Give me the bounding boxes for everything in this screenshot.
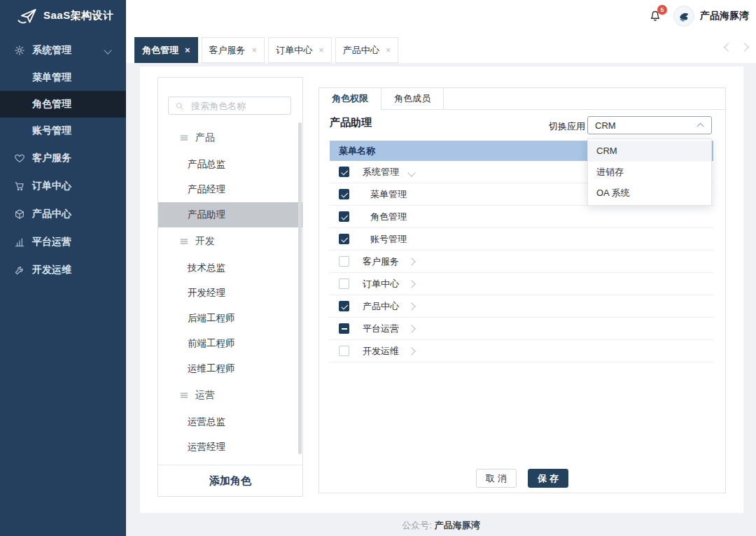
hamburger-icon — [179, 133, 189, 143]
tab-close-icon[interactable]: × — [318, 45, 324, 55]
role-item[interactable]: 后端工程师 — [158, 306, 302, 331]
sidebar-item-label: 开发运维 — [32, 264, 71, 276]
table-row[interactable]: 平台运营 — [330, 318, 713, 340]
app-switch-label: 切换应用 — [549, 120, 585, 133]
sidebar-item-system-management[interactable]: 系统管理 — [0, 36, 126, 64]
tab-close-icon[interactable]: × — [185, 45, 190, 55]
role-group-label: 开发 — [195, 235, 215, 248]
footer-prefix: 公众号: — [402, 520, 432, 530]
tab-label: 客户服务 — [209, 44, 246, 57]
add-role-button[interactable]: 添加角色 — [158, 465, 302, 496]
checkbox-checked[interactable] — [339, 167, 349, 177]
checkbox-indeterminate[interactable] — [339, 323, 349, 334]
role-list-panel: 产品产品总监产品经理产品助理开发技术总监开发经理后端工程师前端工程师运维工程师运… — [158, 77, 303, 497]
menu-name: 系统管理 — [363, 166, 399, 178]
sidebar-subitem-menu-management[interactable]: 菜单管理 — [0, 64, 126, 91]
chevron-right-icon[interactable] — [407, 258, 415, 265]
role-item[interactable]: 产品总监 — [158, 152, 302, 177]
role-group-label: 产品 — [195, 132, 215, 144]
tab-close-icon[interactable]: × — [252, 45, 258, 55]
role-group-header[interactable]: 运营 — [158, 381, 302, 409]
role-item[interactable]: 运营经理 — [158, 435, 302, 460]
hamburger-icon — [179, 237, 189, 246]
role-title: 产品助理 — [330, 116, 372, 129]
table-row[interactable]: 账号管理 — [330, 228, 713, 251]
dropdown-option[interactable]: OA 系统 — [588, 183, 711, 204]
role-item-label: 技术总监 — [188, 262, 225, 274]
role-group-header[interactable]: 开发 — [158, 227, 302, 255]
checkbox-checked[interactable] — [339, 211, 349, 222]
bell-icon[interactable]: 5 — [648, 8, 662, 23]
table-row[interactable]: 产品中心 — [330, 295, 713, 318]
role-item[interactable]: 开发经理 — [158, 281, 302, 306]
table-row[interactable]: 订单中心 — [330, 273, 713, 295]
tab-role-members[interactable]: 角色成员 — [382, 88, 444, 109]
table-row[interactable]: 开发运维 — [330, 340, 713, 362]
save-button[interactable]: 保存 — [528, 469, 568, 488]
notification-badge: 5 — [657, 5, 667, 15]
role-item[interactable]: 前端工程师 — [158, 331, 302, 356]
footer: 公众号:产品海豚湾 — [126, 519, 756, 532]
footer-account: 产品海豚湾 — [435, 520, 480, 530]
username: 产品海豚湾 — [700, 10, 749, 22]
tabs-next-icon[interactable] — [740, 43, 749, 52]
sidebar-subitem-role-management[interactable]: 角色管理 — [0, 91, 126, 118]
tab-role-permissions[interactable]: 角色权限 — [319, 88, 382, 110]
paper-plane-logo-icon — [17, 7, 38, 25]
sidebar-subitem-label: 账号管理 — [32, 125, 71, 137]
tab-role-management[interactable]: 角色管理× — [134, 37, 198, 63]
dropdown-option[interactable]: CRM — [588, 141, 711, 162]
chevron-right-icon[interactable] — [407, 325, 415, 332]
checkbox-unchecked[interactable] — [339, 278, 349, 289]
sidebar-item-customer-service[interactable]: 客户服务 — [0, 144, 126, 172]
checkbox-checked[interactable] — [339, 301, 349, 311]
app-select[interactable]: CRM — [587, 116, 712, 134]
sidebar-item-devops[interactable]: 开发运维 — [0, 256, 126, 284]
role-item[interactable]: 运营总监 — [158, 409, 302, 435]
tab-scroll-nav — [725, 31, 748, 63]
role-item-label: 产品助理 — [188, 209, 225, 221]
tab-close-icon[interactable]: × — [386, 45, 391, 55]
chevron-right-icon[interactable] — [407, 302, 415, 310]
role-item[interactable]: 产品经理 — [158, 177, 302, 202]
table-row[interactable]: 角色管理 — [330, 206, 713, 228]
menu-name: 产品中心 — [363, 300, 399, 313]
sidebar: SaaS架构设计 系统管理菜单管理角色管理账号管理客户服务订单中心产品中心平台运… — [0, 0, 126, 536]
menu-name: 平台运营 — [363, 323, 399, 335]
role-item[interactable]: 技术总监 — [158, 255, 302, 281]
tab-label: 角色管理 — [142, 44, 178, 57]
checkbox-checked[interactable] — [339, 234, 349, 244]
tab-product-center[interactable]: 产品中心× — [335, 37, 399, 63]
role-list-scrollbar[interactable] — [298, 122, 302, 454]
sidebar-subitem-account-management[interactable]: 账号管理 — [0, 118, 126, 144]
chevron-right-icon[interactable] — [407, 347, 415, 355]
tab-order-center[interactable]: 订单中心× — [268, 37, 332, 63]
avatar[interactable] — [673, 6, 694, 27]
open-tabs: 角色管理×客户服务×订单中心×产品中心× — [134, 37, 402, 63]
chevron-up-icon — [697, 123, 704, 130]
role-group-header[interactable]: 产品 — [158, 124, 302, 152]
sidebar-item-order-center[interactable]: 订单中心 — [0, 172, 126, 200]
tab-customer-service[interactable]: 客户服务× — [202, 37, 265, 63]
sidebar-item-platform-operation[interactable]: 平台运营 — [0, 228, 126, 256]
chevron-down-icon[interactable] — [407, 169, 415, 176]
checkbox-unchecked[interactable] — [339, 256, 349, 267]
checkbox-checked[interactable] — [339, 189, 349, 199]
sidebar-item-label: 客户服务 — [32, 152, 71, 164]
permission-tabs: 角色权限角色成员 — [319, 88, 725, 110]
cancel-button[interactable]: 取消 — [476, 469, 517, 488]
gear-icon — [14, 45, 25, 56]
sidebar-item-label: 系统管理 — [32, 44, 71, 57]
role-search-input[interactable] — [190, 100, 290, 112]
chart-icon — [14, 237, 25, 248]
checkbox-unchecked[interactable] — [339, 346, 349, 356]
role-item[interactable]: 产品助理 — [158, 202, 302, 227]
tabbar: 角色管理×客户服务×订单中心×产品中心× — [126, 31, 756, 63]
brand: SaaS架构设计 — [0, 0, 126, 31]
sidebar-item-product-center[interactable]: 产品中心 — [0, 200, 126, 228]
role-item[interactable]: 运维工程师 — [158, 356, 302, 381]
dropdown-option[interactable]: 进销存 — [588, 162, 711, 183]
table-row[interactable]: 客户服务 — [330, 251, 713, 273]
chevron-right-icon[interactable] — [407, 280, 415, 288]
tabs-prev-icon[interactable] — [724, 43, 733, 52]
